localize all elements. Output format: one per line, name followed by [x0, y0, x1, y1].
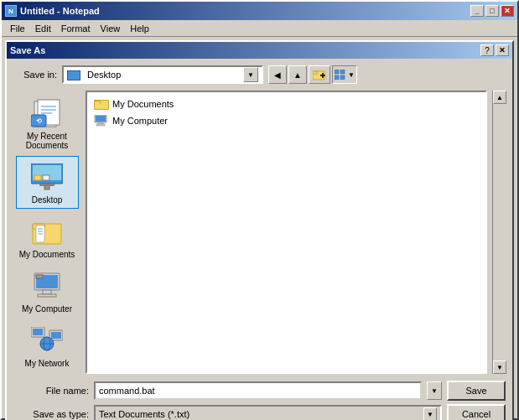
save-in-row: Save in: Desktop ▼ ◀ ▲ — [13, 65, 506, 84]
file-name-row: File name: ▼ Save — [13, 381, 506, 401]
save-in-select[interactable]: Desktop ▼ — [62, 65, 263, 84]
recent-icon: ⟲ — [30, 96, 64, 130]
window-title: Untitled - Notepad — [20, 6, 100, 16]
svg-rect-29 — [43, 290, 51, 294]
main-window: N Untitled - Notepad _ □ ✕ File Edit For… — [0, 0, 519, 420]
svg-rect-4 — [335, 70, 339, 74]
sidebar-recent-label: My Recent Documents — [18, 132, 76, 150]
save-button[interactable]: Save — [447, 381, 506, 401]
computer-small-icon — [94, 114, 107, 127]
view-button[interactable]: ▼ — [332, 65, 357, 84]
left-sidebar: ⟲ My Recent Documents — [13, 91, 80, 374]
save-as-dialog: Save As ? ✕ Save in: Desktop ▼ ◀ — [5, 40, 514, 420]
list-item[interactable]: My Computer — [91, 112, 482, 129]
svg-rect-1 — [313, 71, 317, 74]
svg-rect-20 — [39, 184, 54, 186]
sidebar-desktop-label: Desktop — [32, 195, 63, 205]
dialog-title: Save As — [10, 45, 45, 55]
folder-icon — [94, 97, 107, 111]
mycomputer-icon — [30, 269, 64, 303]
save-in-icon — [67, 69, 80, 80]
save-as-type-row: Save as type: Text Documents (*.txt) ▼ C… — [13, 404, 506, 420]
svg-rect-33 — [33, 329, 43, 335]
maximize-button[interactable]: □ — [485, 5, 499, 17]
sidebar-item-mycomputer[interactable]: My Computer — [16, 265, 79, 318]
svg-rect-31 — [36, 275, 43, 278]
scrollbar-track[interactable] — [493, 104, 506, 360]
svg-rect-7 — [340, 75, 345, 80]
save-as-type-value: Text Documents (*.txt) — [99, 409, 189, 419]
save-as-type-arrow[interactable]: ▼ — [423, 407, 437, 420]
sidebar-item-mynetwork[interactable]: My Network — [16, 319, 79, 372]
svg-rect-41 — [98, 122, 103, 124]
save-as-type-label: Save as type: — [13, 409, 89, 419]
save-in-value: Desktop — [87, 70, 240, 80]
dialog-title-bar: Save As ? ✕ — [7, 42, 512, 59]
main-area: ⟲ My Recent Documents — [13, 91, 506, 374]
menu-edit[interactable]: Edit — [30, 22, 56, 35]
menu-format[interactable]: Format — [56, 22, 96, 35]
svg-rect-30 — [38, 294, 56, 297]
svg-text:⟲: ⟲ — [36, 117, 42, 125]
new-folder-button[interactable] — [309, 65, 330, 84]
scroll-up-button[interactable]: ▲ — [493, 91, 506, 104]
file-item-label: My Documents — [112, 99, 174, 109]
back-button[interactable]: ◀ — [268, 65, 287, 84]
save-in-dropdown-arrow[interactable]: ▼ — [243, 67, 258, 82]
menu-bar: File Edit Format View Help — [2, 20, 517, 37]
file-name-input-wrapper[interactable] — [94, 381, 422, 400]
sidebar-item-mydocs[interactable]: My Documents — [16, 210, 79, 263]
sidebar-item-recent[interactable]: ⟲ My Recent Documents — [16, 92, 79, 154]
file-name-input[interactable] — [99, 386, 417, 396]
file-browser[interactable]: My Documents My Computer — [86, 91, 487, 374]
svg-rect-18 — [43, 175, 49, 180]
file-item-label: My Computer — [112, 116, 168, 126]
svg-rect-5 — [340, 70, 345, 74]
menu-help[interactable]: Help — [125, 22, 154, 35]
dialog-content: Save in: Desktop ▼ ◀ ▲ — [7, 59, 512, 420]
sidebar-mynetwork-label: My Network — [25, 359, 70, 368]
minimize-button[interactable]: _ — [470, 5, 484, 17]
menu-view[interactable]: View — [96, 22, 126, 35]
svg-rect-6 — [335, 75, 339, 80]
svg-rect-17 — [34, 175, 41, 180]
title-bar: N Untitled - Notepad _ □ ✕ — [2, 2, 517, 20]
cancel-button[interactable]: Cancel — [447, 404, 506, 420]
bottom-fields: File name: ▼ Save Save as type: Text Doc… — [13, 381, 506, 420]
app-icon: N — [5, 5, 17, 17]
sidebar-mycomputer-label: My Computer — [22, 304, 72, 314]
scroll-down-button[interactable]: ▼ — [493, 360, 506, 374]
sidebar-item-desktop[interactable]: Desktop — [16, 156, 79, 209]
desktop-icon — [30, 160, 64, 194]
mydocs-icon — [30, 215, 64, 248]
save-as-type-dropdown[interactable]: Text Documents (*.txt) ▼ — [94, 405, 442, 420]
save-in-label: Save in: — [13, 70, 57, 80]
up-button[interactable]: ▲ — [288, 65, 307, 84]
svg-rect-40 — [96, 116, 106, 122]
dialog-close-button[interactable]: ✕ — [496, 44, 509, 56]
menu-file[interactable]: File — [5, 22, 30, 35]
svg-rect-42 — [96, 124, 105, 126]
sidebar-mydocs-label: My Documents — [19, 250, 75, 259]
mynetwork-icon — [30, 324, 64, 357]
close-button[interactable]: ✕ — [501, 5, 514, 17]
file-name-dropdown-arrow[interactable]: ▼ — [427, 381, 442, 400]
list-item[interactable]: My Documents — [91, 96, 482, 112]
right-scrollbar: ▲ ▼ — [492, 91, 506, 374]
help-button[interactable]: ? — [480, 44, 494, 56]
file-name-label: File name: — [13, 386, 89, 396]
svg-rect-35 — [51, 332, 61, 339]
